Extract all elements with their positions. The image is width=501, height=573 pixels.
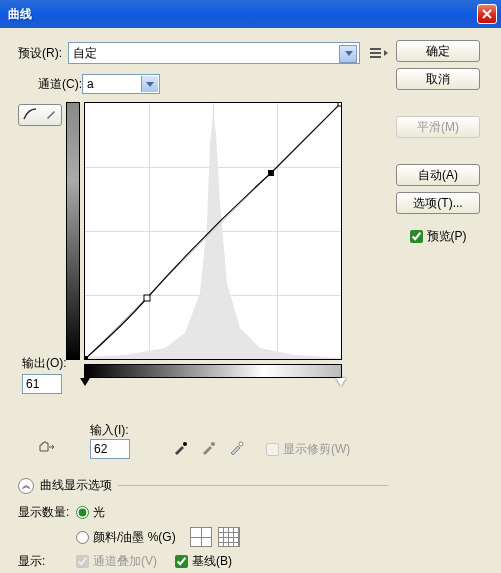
show-label: 显示:: [18, 553, 76, 570]
hand-tool-icon[interactable]: [36, 437, 66, 461]
auto-button[interactable]: 自动(A): [396, 164, 480, 186]
preview-checkbox[interactable]: [410, 230, 423, 243]
right-button-panel: 确定 取消 平滑(M) 自动(A) 选项(T)... 预览(P): [393, 40, 483, 245]
pigment-radio[interactable]: [76, 531, 89, 544]
options-button[interactable]: 选项(T)...: [396, 192, 480, 214]
grid-fine-icon[interactable]: [218, 527, 240, 547]
close-button[interactable]: [477, 4, 497, 24]
svg-point-6: [211, 442, 215, 446]
gray-eyedropper-icon[interactable]: [200, 440, 218, 458]
ok-button[interactable]: 确定: [396, 40, 480, 62]
baseline-label: 基线(B): [192, 553, 232, 570]
channel-value: a: [87, 77, 94, 91]
curve-tool-group: [18, 104, 62, 126]
output-input[interactable]: [22, 374, 62, 394]
input-gradient: [84, 364, 342, 378]
svg-rect-4: [338, 103, 341, 106]
title-text: 曲线: [8, 6, 477, 23]
section-title: 曲线显示选项: [40, 477, 112, 494]
amount-label: 显示数量:: [18, 504, 76, 521]
channel-label: 通道(C):: [38, 76, 82, 93]
input-input[interactable]: [90, 439, 130, 459]
preset-menu-icon[interactable]: [370, 44, 388, 62]
overlay-checkbox: [76, 555, 89, 568]
white-eyedropper-icon[interactable]: [228, 440, 246, 458]
curve-graph[interactable]: [84, 102, 342, 360]
show-clip-label: 显示修剪(W): [283, 441, 350, 458]
black-slider[interactable]: [80, 378, 90, 386]
svg-point-5: [183, 442, 187, 446]
svg-rect-2: [144, 295, 150, 301]
light-radio[interactable]: [76, 506, 89, 519]
baseline-checkbox[interactable]: [175, 555, 188, 568]
svg-point-7: [239, 442, 243, 446]
curve-tool-icon[interactable]: [23, 108, 37, 123]
black-eyedropper-icon[interactable]: [172, 440, 190, 458]
svg-rect-3: [268, 170, 274, 176]
title-bar: 曲线: [0, 0, 501, 28]
light-label: 光: [93, 504, 105, 521]
show-clip-checkbox: [266, 443, 279, 456]
overlay-label: 通道叠加(V): [93, 553, 157, 570]
preset-select[interactable]: 自定: [68, 42, 360, 64]
output-label: 输出(O):: [22, 355, 67, 372]
output-gradient: [66, 102, 80, 360]
pencil-tool-icon[interactable]: [45, 108, 57, 123]
preview-label: 预览(P): [427, 228, 467, 245]
input-label: 输入(I):: [90, 422, 130, 439]
channel-select[interactable]: a: [82, 74, 160, 94]
cancel-button[interactable]: 取消: [396, 68, 480, 90]
pigment-label: 颜料/油墨 %(G): [93, 529, 176, 546]
preset-label: 预设(R):: [18, 45, 62, 62]
preview-checkbox-wrap: 预览(P): [410, 228, 467, 245]
white-slider[interactable]: [336, 378, 346, 386]
dialog-content: 确定 取消 平滑(M) 自动(A) 选项(T)... 预览(P) 预设(R): …: [4, 30, 497, 569]
preset-value: 自定: [73, 46, 97, 60]
smooth-button: 平滑(M): [396, 116, 480, 138]
svg-rect-1: [85, 356, 88, 359]
section-toggle-icon[interactable]: ︽: [18, 478, 34, 494]
grid-coarse-icon[interactable]: [190, 527, 212, 547]
curve-line: [85, 103, 341, 359]
